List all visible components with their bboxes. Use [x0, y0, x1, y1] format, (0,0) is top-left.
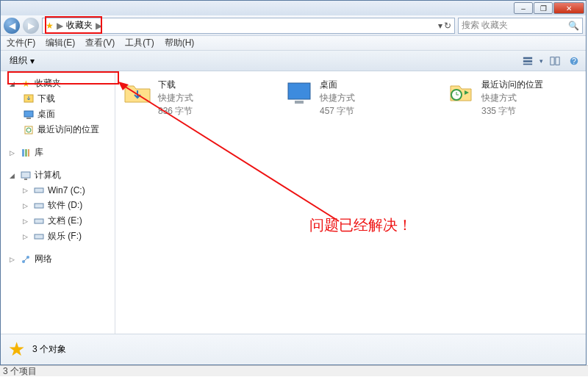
preview-pane-button[interactable] [548, 54, 562, 68]
tree-label: 软件 (D:) [48, 199, 82, 212]
nav-tree: ◢ ★ 收藏夹 下载 桌面 最近访问的位置 [1, 71, 115, 334]
organize-button[interactable]: 组织 ▾ [5, 53, 39, 68]
item-size: 335 字节 [481, 105, 543, 118]
tree-label: 最近访问的位置 [37, 123, 99, 136]
drive-icon [33, 184, 45, 196]
svg-line-23 [24, 258, 27, 261]
tree-label: 计算机 [35, 169, 61, 182]
expander-icon[interactable]: ▷ [23, 187, 30, 194]
footer-text: 3 个项目 [3, 365, 37, 378]
refresh-icon[interactable]: ↻ [444, 21, 451, 31]
tree-label: 网络 [35, 253, 52, 265]
svg-rect-1 [523, 60, 532, 62]
forward-button[interactable]: ▶ [23, 18, 39, 34]
list-item[interactable]: 桌面 快捷方式 457 字节 [284, 79, 417, 118]
chevron-down-icon: ▾ [30, 56, 35, 66]
body: ◢ ★ 收藏夹 下载 桌面 最近访问的位置 [1, 71, 586, 334]
expander-icon[interactable]: ▷ [23, 218, 30, 225]
tree-downloads[interactable]: 下载 [1, 91, 115, 107]
toolbar: 组织 ▾ ▾ ? [1, 51, 586, 71]
menu-edit[interactable]: 编辑(E) [46, 37, 75, 49]
menu-file[interactable]: 文件(F) [7, 37, 35, 49]
drive-icon [33, 200, 45, 212]
item-type: 快捷方式 [481, 92, 543, 104]
tree-drive-c[interactable]: ▷ Win7 (C:) [1, 183, 115, 198]
drive-icon [33, 215, 45, 227]
svg-rect-24 [288, 83, 310, 99]
tree-drive-e[interactable]: ▷ 文档 (E:) [1, 213, 115, 229]
tree-desktop[interactable]: 桌面 [1, 107, 115, 122]
menu-tools[interactable]: 工具(T) [125, 37, 154, 49]
expander-icon[interactable]: ▷ [23, 233, 30, 240]
tree-label: 桌面 [37, 108, 55, 121]
help-button[interactable]: ? [567, 54, 581, 68]
tree-drive-d[interactable]: ▷ 软件 (D:) [1, 198, 115, 213]
expander-icon[interactable]: ▷ [10, 256, 17, 263]
expander-icon[interactable]: ◢ [10, 172, 17, 179]
desktop-icon [23, 109, 35, 121]
tree-network[interactable]: ▷ 网络 [1, 251, 115, 267]
list-item[interactable]: 最近访问的位置 快捷方式 335 字节 [446, 79, 578, 118]
svg-rect-25 [295, 101, 304, 104]
expander-icon[interactable]: ▷ [23, 202, 30, 209]
recent-icon [446, 79, 476, 108]
svg-rect-14 [28, 149, 29, 157]
svg-rect-15 [21, 172, 30, 178]
status-count: 3 个对象 [32, 343, 66, 356]
list-item[interactable]: 下载 快捷方式 836 字节 [123, 79, 255, 118]
svg-rect-17 [35, 188, 43, 193]
path-segment[interactable]: 收藏夹 [66, 19, 93, 32]
svg-rect-19 [35, 219, 43, 223]
item-size: 457 字节 [320, 105, 355, 118]
maximize-button[interactable]: ❐ [534, 2, 553, 14]
svg-rect-0 [523, 57, 532, 59]
address-bar[interactable]: ★ ▶ 收藏夹 ▶ ▾ ↻ [42, 18, 455, 34]
svg-rect-20 [35, 234, 43, 239]
star-icon: ★ [20, 78, 32, 90]
path-sep-icon: ▶ [96, 21, 102, 31]
svg-rect-8 [24, 111, 33, 117]
svg-rect-13 [25, 149, 27, 157]
network-icon [20, 254, 32, 265]
svg-rect-4 [556, 57, 559, 65]
svg-rect-2 [523, 63, 532, 65]
svg-text:?: ? [572, 56, 576, 65]
item-title: 桌面 [320, 79, 355, 91]
tree-label: 库 [35, 146, 43, 159]
footer-bar: 3 个项目 [0, 365, 588, 376]
tree-label: 娱乐 (F:) [48, 230, 82, 243]
back-button[interactable]: ◀ [4, 18, 20, 34]
download-icon [23, 93, 35, 105]
item-type: 快捷方式 [158, 92, 193, 104]
tree-recent[interactable]: 最近访问的位置 [1, 122, 115, 137]
status-bar: ★ 3 个对象 [1, 334, 586, 365]
svg-rect-16 [24, 179, 27, 180]
view-options-button[interactable] [520, 54, 535, 68]
tree-favorites[interactable]: ◢ ★ 收藏夹 [1, 76, 115, 91]
expander-icon[interactable]: ▷ [10, 149, 17, 157]
close-button[interactable]: ✕ [553, 2, 584, 14]
tree-libraries[interactable]: ▷ 库 [1, 145, 115, 160]
menu-help[interactable]: 帮助(H) [165, 37, 195, 49]
search-input[interactable]: 搜索 收藏夹 🔍 [458, 18, 583, 34]
tree-label: 文档 (E:) [48, 215, 82, 227]
expander-icon[interactable]: ◢ [10, 80, 17, 87]
tree-label: 收藏夹 [35, 77, 61, 90]
svg-rect-3 [551, 57, 554, 65]
address-dropdown-icon[interactable]: ▾ [438, 21, 442, 31]
svg-rect-9 [26, 118, 31, 119]
organize-label: 组织 [10, 54, 27, 67]
minimize-button[interactable]: – [514, 2, 533, 14]
drive-icon [33, 231, 45, 243]
library-icon [20, 147, 32, 159]
computer-icon [20, 170, 32, 182]
star-icon: ★ [46, 21, 54, 31]
tree-computer[interactable]: ◢ 计算机 [1, 168, 115, 183]
chevron-down-icon[interactable]: ▾ [539, 57, 543, 65]
tree-drive-f[interactable]: ▷ 娱乐 (F:) [1, 229, 115, 244]
item-title: 下载 [158, 79, 193, 91]
path-sep-icon: ▶ [57, 21, 63, 31]
folder-download-icon [123, 79, 152, 108]
menu-view[interactable]: 查看(V) [85, 37, 115, 49]
content-pane: 下载 快捷方式 836 字节 桌面 快捷方式 457 字节 [115, 71, 586, 334]
